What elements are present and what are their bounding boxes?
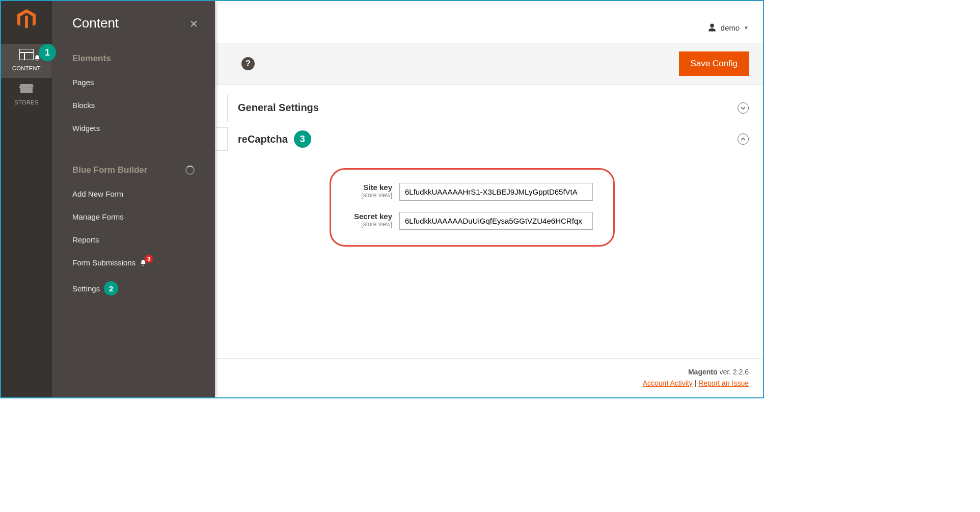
- rail-item-label: CONTENT: [12, 65, 41, 71]
- svg-rect-0: [19, 49, 34, 60]
- close-icon[interactable]: ✕: [189, 18, 201, 29]
- flyout-elements-list: Pages Blocks Widgets: [52, 71, 215, 140]
- version-label: Magento: [688, 368, 718, 376]
- flyout-bfb-list: Add New Form Manage Forms Reports Form S…: [52, 182, 215, 303]
- section-title: reCaptcha: [238, 133, 288, 145]
- help-icon[interactable]: ?: [241, 57, 255, 70]
- flyout-item-widgets[interactable]: Widgets: [52, 117, 215, 140]
- rail-item-stores[interactable]: STORES: [1, 78, 52, 112]
- flyout-item-pages[interactable]: Pages: [52, 71, 215, 94]
- notification-count-badge: 3: [145, 255, 153, 263]
- user-name: demo: [721, 23, 740, 32]
- flyout-item-form-submissions[interactable]: Form Submissions 3: [52, 251, 215, 274]
- flyout-item-reports[interactable]: Reports: [52, 228, 215, 251]
- flyout-item-label: Settings: [72, 284, 100, 293]
- notification-bell-icon: 3: [140, 259, 153, 267]
- rail-item-label: STORES: [14, 99, 38, 105]
- user-menu[interactable]: demo ▼: [707, 23, 749, 32]
- magento-logo-icon[interactable]: [15, 8, 38, 31]
- flyout-item-add-new-form[interactable]: Add New Form: [52, 182, 215, 205]
- save-config-button[interactable]: Save Config: [679, 51, 749, 76]
- section-title: General Settings: [238, 102, 319, 114]
- secret-key-input[interactable]: [399, 212, 593, 230]
- spinner-icon: [185, 166, 195, 175]
- chevron-down-icon: ▼: [744, 25, 749, 31]
- expand-icon: [738, 133, 749, 145]
- flyout-item-manage-forms[interactable]: Manage Forms: [52, 205, 215, 228]
- account-activity-link[interactable]: Account Activity: [643, 379, 693, 387]
- site-key-input[interactable]: [399, 183, 593, 201]
- flyout-item-settings[interactable]: Settings 2: [52, 274, 215, 303]
- content-flyout: Content ✕ Elements Pages Blocks Widgets …: [52, 1, 215, 397]
- flyout-item-label: Form Submissions: [72, 258, 135, 267]
- flyout-title: Content: [72, 15, 119, 31]
- flyout-item-blocks[interactable]: Blocks: [52, 94, 215, 117]
- annotation-callout-1: 1: [39, 44, 56, 61]
- field-site-key: Site key [store view]: [351, 183, 593, 201]
- recaptcha-fields-highlight: Site key [store view] Secret key [store …: [330, 168, 615, 247]
- flyout-section-elements: Elements: [52, 43, 215, 71]
- annotation-callout-2: 2: [104, 281, 118, 295]
- field-label: Secret key: [351, 212, 392, 221]
- section-recaptcha[interactable]: reCaptcha 3: [238, 122, 749, 156]
- collapse-icon: [738, 102, 749, 114]
- annotation-callout-3: 3: [294, 130, 311, 148]
- flyout-section-bfb: Blue Form Builder: [52, 155, 215, 182]
- user-icon: [707, 23, 717, 32]
- field-scope: [store view]: [351, 221, 392, 228]
- version-number: ver. 2.2.6: [718, 368, 749, 376]
- field-secret-key: Secret key [store view]: [351, 212, 593, 230]
- section-general-settings[interactable]: General Settings: [238, 94, 749, 122]
- field-label: Site key: [351, 183, 392, 192]
- report-issue-link[interactable]: Report an Issue: [698, 379, 749, 387]
- field-scope: [store view]: [351, 192, 392, 199]
- stores-icon: [1, 83, 52, 96]
